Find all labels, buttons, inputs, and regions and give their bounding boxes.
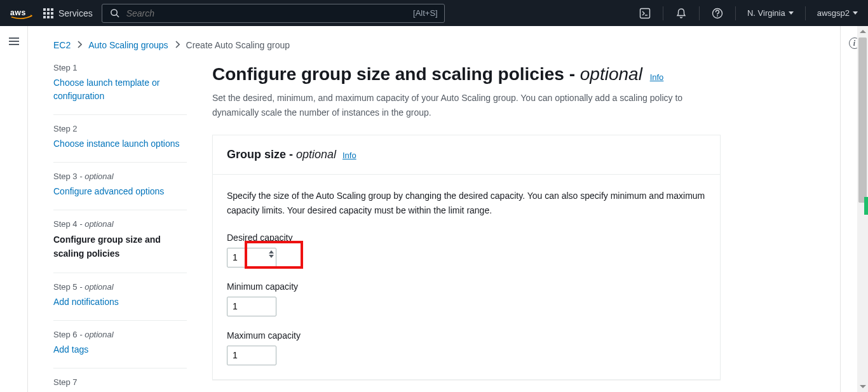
caret-down-icon [789,11,794,15]
minimum-capacity-field: Minimum capacity [227,281,706,316]
stepper-icon[interactable] [269,250,274,258]
maximum-capacity-input[interactable] [227,346,276,365]
breadcrumb-link-ec2[interactable]: EC2 [53,40,71,50]
step-item: Step 3 - optional Configure advanced opt… [53,172,187,210]
svg-line-2 [117,15,119,17]
main-content: EC2 Auto Scaling groups Create Auto Scal… [28,26,840,392]
chevron-right-icon [77,40,82,50]
content-column: Configure group size and scaling policie… [212,63,721,392]
info-link[interactable]: Info [342,151,356,160]
step-link-notifications[interactable]: Add notifications [53,295,187,309]
step-number: Step 3 - optional [53,172,187,181]
page-title: Configure group size and scaling policie… [212,63,721,86]
step-number: Step 5 - optional [53,282,187,292]
step-item: Step 5 - optional Add notifications [53,282,187,321]
account-menu[interactable]: awsgsp2 [817,8,858,18]
bell-icon[interactable] [675,7,688,20]
help-icon[interactable] [711,7,724,20]
step-link-tags[interactable]: Add tags [53,343,187,356]
steps-sidebar: Step 1 Choose launch template or configu… [53,63,187,392]
step-number: Step 2 [53,124,187,133]
breadcrumb: EC2 Auto Scaling groups Create Auto Scal… [53,40,815,50]
desired-capacity-field: Desired capacity [227,233,706,267]
account-label: awsgsp2 [817,8,850,18]
step-link-advanced[interactable]: Configure advanced options [53,185,187,198]
maximum-capacity-field: Maximum capacity [227,330,706,365]
scroll-down-button[interactable] [857,381,868,392]
search-bar[interactable]: [Alt+S] [102,4,445,23]
scroll-marker [864,197,868,215]
info-link[interactable]: Info [650,72,664,82]
region-label: N. Virginia [747,8,785,18]
step-link-instance-options[interactable]: Choose instance launch options [53,137,187,151]
top-nav: aws Services [Alt+S] [0,0,868,26]
page-description: Set the desired, minimum, and maximum ca… [212,91,721,119]
scrollbar-thumb[interactable] [858,37,867,203]
step-current: Configure group size and scaling policie… [53,233,187,261]
step-item: Step 1 Choose launch template or configu… [53,63,187,115]
search-shortcut: [Alt+S] [413,8,438,18]
left-rail [0,26,28,392]
aws-logo[interactable]: aws [10,7,34,20]
svg-point-6 [717,15,718,17]
step-item: Step 2 Choose instance launch options [53,124,187,163]
step-item: Step 7 [53,377,187,392]
step-number: Step 7 [53,377,187,387]
search-input[interactable] [126,8,408,18]
cloudshell-icon[interactable] [639,7,651,20]
step-link-launch-template[interactable]: Choose launch template or configuration [53,76,187,103]
grid-icon [43,8,53,18]
chevron-right-icon [175,40,180,50]
svg-point-1 [111,10,117,15]
minimum-capacity-label: Minimum capacity [227,281,706,292]
hamburger-icon[interactable] [9,37,19,45]
panel-description: Specify the size of the Auto Scaling gro… [227,189,706,217]
services-label: Services [58,8,93,18]
step-number: Step 1 [53,63,187,72]
breadcrumb-current: Create Auto Scaling group [186,40,290,50]
breadcrumb-link-asg[interactable]: Auto Scaling groups [88,40,168,50]
svg-rect-3 [640,8,649,18]
group-size-panel: Group size - optional Info Specify the s… [212,135,721,380]
step-item: Step 4 - optional Configure group size a… [53,219,187,273]
step-item: Step 6 - optional Add tags [53,330,187,368]
step-number: Step 6 - optional [53,330,187,339]
minimum-capacity-input[interactable] [227,297,276,316]
desired-capacity-label: Desired capacity [227,233,706,243]
region-menu[interactable]: N. Virginia [747,8,794,18]
maximum-capacity-label: Maximum capacity [227,330,706,341]
services-menu[interactable]: Services [43,8,93,18]
caret-down-icon [853,11,858,15]
panel-header: Group size - optional Info [213,135,720,175]
scroll-up-button[interactable] [857,26,868,37]
search-icon [109,7,121,20]
svg-text:aws: aws [10,8,26,17]
step-number: Step 4 - optional [53,219,187,229]
